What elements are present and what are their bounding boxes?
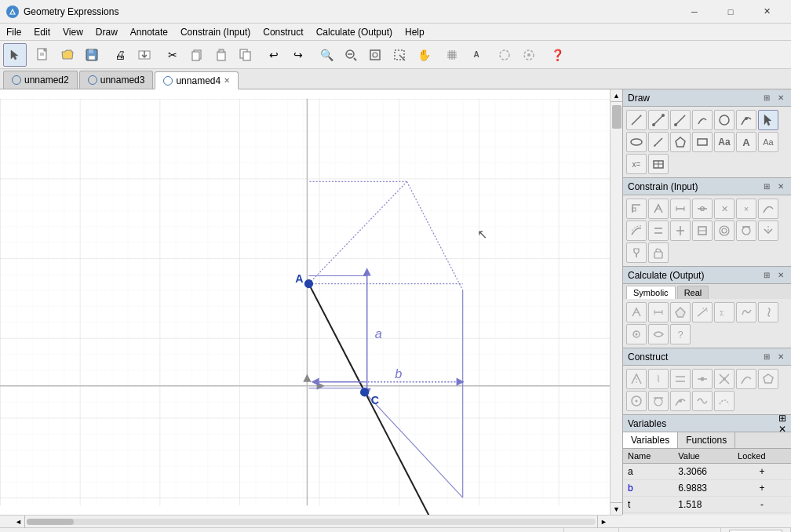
animation-button[interactable]: [517, 43, 541, 67]
pan-button[interactable]: ✋: [412, 43, 436, 67]
undo-button[interactable]: ↩: [262, 43, 286, 67]
angle-unit-select[interactable]: Radians Degrees: [729, 530, 782, 533]
draw-polygon-tool[interactable]: [670, 132, 691, 152]
draw-label-tool[interactable]: A: [736, 132, 756, 152]
new-button[interactable]: [31, 43, 55, 67]
calc-area-tool[interactable]: [670, 302, 691, 322]
calc-question-tool[interactable]: ?: [670, 324, 691, 344]
variable-row-t[interactable]: t 1.518 -: [623, 497, 791, 513]
menu-view[interactable]: View: [56, 24, 89, 41]
variable-row-a[interactable]: a 3.3066 +: [623, 464, 791, 480]
duplicate-button[interactable]: [234, 43, 257, 67]
menu-draw[interactable]: Draw: [89, 24, 124, 41]
snap-button[interactable]: A: [465, 43, 488, 67]
constrain-panel-close-button[interactable]: ✕: [775, 181, 786, 192]
zoom-fit-button[interactable]: [363, 43, 387, 67]
horizontal-scrollbar[interactable]: ◄ ►: [0, 515, 622, 527]
construct-bisect-tool[interactable]: [626, 369, 647, 389]
menu-construct[interactable]: Construct: [257, 24, 309, 41]
grid-button[interactable]: [440, 43, 464, 67]
zoom-in-button[interactable]: 🔍: [315, 43, 338, 67]
menu-calculate[interactable]: Calculate (Output): [310, 24, 399, 41]
copy-button[interactable]: [185, 43, 209, 67]
constrain-angle[interactable]: [648, 199, 669, 219]
construct-polygon-tool[interactable]: [758, 369, 778, 389]
constrain-perpendicular[interactable]: [670, 220, 691, 241]
menu-annotate[interactable]: Annotate: [124, 24, 174, 41]
calc-distance-tool[interactable]: [648, 302, 669, 322]
zoom-window-button[interactable]: [388, 43, 411, 67]
calc-tab-real[interactable]: Real: [677, 286, 709, 299]
canvas-area[interactable]: a b A C B ↖ ▲ ▼: [0, 89, 622, 515]
draw-ray-tool[interactable]: [670, 110, 691, 130]
tab-close-unnamed4[interactable]: ✕: [224, 76, 230, 85]
menu-help[interactable]: Help: [399, 24, 431, 41]
draw-segment-tool[interactable]: [648, 110, 669, 130]
construct-point-on-tool[interactable]: [670, 391, 691, 411]
constrain-coincident[interactable]: [692, 220, 713, 241]
draw-pencil-tool[interactable]: [648, 132, 669, 152]
calc-point-tool[interactable]: [626, 324, 647, 344]
var-locked-a[interactable]: +: [733, 464, 791, 480]
constrain-y-coord[interactable]: ×: [736, 199, 756, 219]
construct-panel-float-button[interactable]: ⊞: [761, 352, 772, 363]
calc-curve-tool[interactable]: [648, 324, 669, 344]
construct-panel-close-button[interactable]: ✕: [775, 352, 786, 363]
close-button[interactable]: ✕: [749, 0, 785, 24]
print-button[interactable]: 🖨: [108, 43, 132, 67]
construct-midpoint-tool[interactable]: [692, 369, 713, 389]
scroll-right-button[interactable]: ►: [597, 516, 610, 528]
construct-intersect-tool[interactable]: [714, 369, 734, 389]
menu-constrain[interactable]: Constrain (Input): [174, 24, 257, 41]
constrain-panel-float-button[interactable]: ⊞: [761, 181, 772, 192]
calculate-panel-close-button[interactable]: ✕: [775, 270, 786, 281]
zoom-out-button[interactable]: [339, 43, 363, 67]
constrain-right-angle[interactable]: [626, 199, 647, 219]
construct-perp-tool[interactable]: ⌇: [648, 369, 669, 389]
construct-tangent-tool[interactable]: [648, 391, 669, 411]
constraint-button[interactable]: [493, 43, 516, 67]
redo-button[interactable]: ↪: [286, 43, 310, 67]
draw-conic-tool[interactable]: [736, 110, 756, 130]
scroll-down-button[interactable]: ▼: [611, 502, 623, 515]
constrain-fix[interactable]: [626, 242, 647, 263]
draw-text-tool[interactable]: Aa: [714, 132, 734, 152]
construct-locus-tool[interactable]: [714, 391, 734, 411]
tab-unnamed2[interactable]: unnamed2: [3, 71, 78, 89]
scroll-thumb[interactable]: [612, 105, 622, 129]
variables-tab-functions[interactable]: Functions: [678, 432, 735, 448]
scroll-up-button[interactable]: ▲: [611, 89, 623, 102]
save-button[interactable]: [80, 43, 104, 67]
constrain-x-coord[interactable]: ✕: [714, 199, 734, 219]
scroll-left-button[interactable]: ◄: [13, 516, 25, 528]
tab-unnamed3[interactable]: unnamed3: [79, 71, 154, 89]
menu-file[interactable]: File: [0, 24, 27, 41]
constrain-sym[interactable]: [758, 220, 778, 241]
export-button[interactable]: [133, 43, 156, 67]
draw-arc-tool[interactable]: [692, 110, 713, 130]
construct-arc-tool[interactable]: [736, 369, 756, 389]
maximize-button[interactable]: □: [713, 0, 749, 24]
variable-row-b[interactable]: b 6.9883 +: [623, 480, 791, 497]
draw-select-tool[interactable]: [758, 110, 778, 130]
construct-parallel-tool[interactable]: [670, 369, 691, 389]
constrain-parallel[interactable]: [648, 220, 669, 241]
construct-trace-tool[interactable]: [692, 391, 713, 411]
draw-line-tool[interactable]: [626, 110, 647, 130]
tab-unnamed4[interactable]: unnamed4 ✕: [155, 71, 239, 89]
var-locked-b[interactable]: +: [733, 480, 791, 497]
variables-tab-variables[interactable]: Variables: [623, 432, 678, 448]
draw-table-tool[interactable]: [648, 154, 669, 174]
menu-edit[interactable]: Edit: [27, 24, 56, 41]
minimize-button[interactable]: ─: [676, 0, 713, 24]
draw-equation-tool[interactable]: x=: [626, 154, 647, 174]
vertical-scrollbar[interactable]: ▲ ▼: [610, 89, 622, 515]
calc-tab-symbolic[interactable]: Symbolic: [626, 286, 676, 299]
draw-ellipse-tool[interactable]: [626, 132, 647, 152]
calculate-panel-float-button[interactable]: ⊞: [761, 270, 772, 281]
draw-rect-tool[interactable]: [692, 132, 713, 152]
calc-coord-tool[interactable]: Σ: [714, 302, 734, 322]
scroll-h-thumb[interactable]: [27, 519, 74, 525]
cut-button[interactable]: ✂: [161, 43, 184, 67]
constrain-concentric[interactable]: [714, 220, 734, 241]
